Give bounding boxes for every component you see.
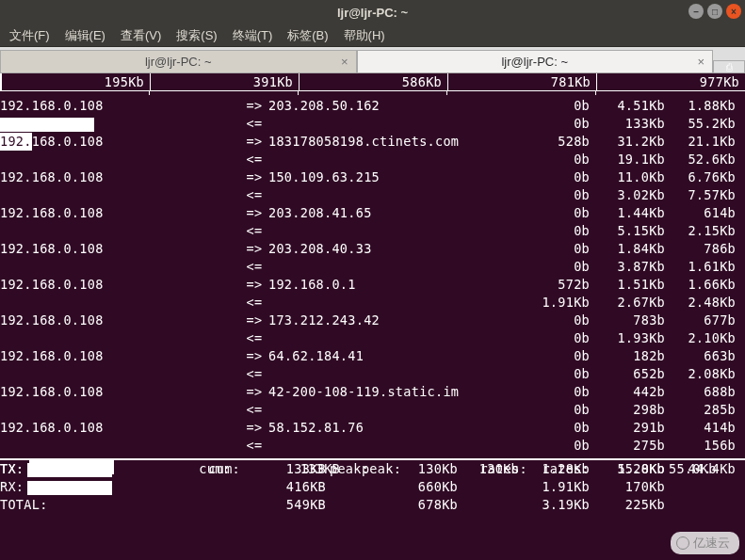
- sum-cum: 416KB: [268, 478, 330, 496]
- sum-peak: 660Kb: [396, 478, 462, 496]
- rates-label: [462, 496, 527, 514]
- connection-row: 192.168.0.108=>192.168.0.1572b1.51Kb1.66…: [0, 276, 745, 294]
- dest-host: 173.212.243.42: [268, 312, 532, 329]
- rate-10s: 19.1Kb: [593, 151, 669, 168]
- scale-tick: 195Kb: [105, 74, 144, 89]
- rate-2s: 0b: [532, 240, 593, 258]
- rate-2s: 0b: [532, 168, 593, 186]
- rate-10s: 1.44Kb: [593, 204, 669, 222]
- tab-label: ljr@ljr-PC: ~: [145, 55, 212, 69]
- rate-10s: 4.51Kb: [593, 97, 669, 115]
- dest-host: 203.208.50.162: [268, 97, 532, 115]
- rate-10s: 442b: [593, 383, 669, 401]
- connection-row-in: <=1.91Kb2.67Kb2.48Kb: [0, 294, 745, 312]
- sum-r2: 170Kb: [593, 478, 669, 496]
- rate-10s: 1.84Kb: [593, 240, 669, 258]
- new-tab-button[interactable]: ⎙: [713, 60, 745, 73]
- dest-host: 42-200-108-119.static.im: [268, 383, 532, 401]
- menu-search[interactable]: 搜索(S): [169, 27, 224, 44]
- connection-row: 192.168.0.108=>58.152.81.760b291b414b: [0, 419, 745, 437]
- sum-peak: 678Kb: [396, 496, 462, 514]
- rate-2s: 0b: [532, 383, 593, 401]
- source-host: 192.168.0.108: [0, 241, 104, 256]
- menu-help[interactable]: 帮助(H): [336, 27, 393, 44]
- rate-2s: 0b: [532, 365, 593, 383]
- connection-row: 192.168.0.108=>203.208.40.330b1.84Kb786b: [0, 240, 745, 258]
- rate-40s: 1.88Kb: [669, 97, 739, 115]
- rate-40s: 52.6Kb: [669, 151, 739, 168]
- rate-10s: 5.15Kb: [593, 222, 669, 240]
- connection-row: 192.168.0.108=>183178058198.ctinets.com5…: [0, 133, 745, 151]
- connection-row-in: <=0b652b2.08Kb: [0, 365, 745, 383]
- tab-label: ljr@ljr-PC: ~: [501, 55, 568, 69]
- connection-row-in: <=0b1.93Kb2.10Kb: [0, 329, 745, 347]
- sum-peak: 130Kb: [396, 460, 462, 478]
- close-icon[interactable]: ×: [697, 55, 705, 69]
- menu-view[interactable]: 查看(V): [113, 27, 169, 44]
- scale-tick: 781Kb: [551, 74, 591, 89]
- rate-40s: 55.2Kb: [669, 115, 739, 133]
- connection-row: 192.168.0.108=>173.212.243.420b783b677b: [0, 312, 745, 329]
- rate-2s: 0b: [532, 115, 593, 133]
- arrow-in-icon: <=: [240, 294, 268, 312]
- rate-10s: 3.02Kb: [593, 186, 669, 204]
- rate-2s: 572b: [532, 276, 593, 294]
- traffic-bar: [27, 463, 112, 477]
- arrow-in-icon: <=: [240, 222, 268, 240]
- menu-tabs[interactable]: 标签(B): [280, 27, 335, 44]
- rate-10s: 133Kb: [593, 115, 669, 133]
- rate-40s: 688b: [669, 383, 739, 401]
- dest-host: 192.168.0.1: [268, 276, 532, 294]
- arrow-out-icon: =>: [240, 133, 268, 151]
- sum-cum: 133KB: [268, 460, 330, 478]
- connection-row-in: <=0b298b285b: [0, 401, 745, 419]
- sum-r1: 3.19Kb: [532, 496, 593, 514]
- maximize-button[interactable]: □: [707, 4, 722, 19]
- close-icon[interactable]: ×: [341, 55, 348, 69]
- close-button[interactable]: ×: [726, 4, 741, 19]
- rate-10s: 291b: [593, 419, 669, 437]
- menu-file[interactable]: 文件(F): [2, 27, 57, 44]
- arrow-out-icon: =>: [240, 97, 268, 115]
- rate-2s: 528b: [532, 133, 593, 151]
- arrow-in-icon: <=: [240, 401, 268, 419]
- peak-label: [330, 478, 396, 496]
- rate-40s: 1.66Kb: [669, 276, 739, 294]
- menu-edit[interactable]: 编辑(E): [57, 27, 113, 44]
- scale-tick: 977Kb: [700, 74, 739, 89]
- source-host: 192.168.0.108: [0, 98, 104, 113]
- summary-row: TOTAL: 549KB 678Kb 3.19Kb 225Kb: [0, 496, 745, 514]
- connection-row-in: <=0b3.87Kb1.61Kb: [0, 258, 745, 276]
- minimize-button[interactable]: –: [688, 4, 704, 19]
- connection-row-in: <=0b19.1Kb52.6Kb: [0, 151, 745, 168]
- peak-label: [330, 496, 396, 514]
- rate-10s: 275b: [593, 437, 669, 455]
- tab-0[interactable]: ljr@ljr-PC: ~ ×: [0, 50, 357, 73]
- sum-r2: 55.0Kb: [593, 460, 669, 478]
- menu-terminal[interactable]: 终端(T): [225, 27, 281, 44]
- sum-r1: 1.91Kb: [532, 478, 593, 496]
- connection-row: 192.168.0.108=>203.208.50.1620b4.51Kb1.8…: [0, 97, 745, 115]
- arrow-out-icon: =>: [240, 276, 268, 294]
- arrow-out-icon: =>: [240, 383, 268, 401]
- arrow-out-icon: =>: [240, 240, 268, 258]
- source-host: 192.168.0.108: [0, 277, 104, 292]
- window-titlebar: ljr@ljr-PC: ~ – □ ×: [0, 0, 745, 24]
- terminal-output[interactable]: 195Kb 391Kb 586Kb 781Kb 977Kb 192.168.0.…: [0, 73, 745, 514]
- rate-40s: 2.15Kb: [669, 222, 739, 240]
- rate-40s: 21.1Kb: [669, 133, 739, 151]
- arrow-in-icon: <=: [240, 115, 268, 133]
- tab-1[interactable]: ljr@ljr-PC: ~ ×: [357, 50, 714, 73]
- source-host: 192.: [0, 133, 32, 151]
- arrow-out-icon: =>: [240, 419, 268, 437]
- connection-row-in: <=0b5.15Kb2.15Kb: [0, 222, 745, 240]
- source-host: 192.168.0.108: [0, 420, 104, 435]
- rate-10s: 652b: [593, 365, 669, 383]
- rate-10s: 2.67Kb: [593, 294, 669, 312]
- source-host: 192.168.0.108: [0, 384, 104, 399]
- sum-cum: 549KB: [268, 496, 330, 514]
- dest-host: 64.62.184.41: [268, 347, 532, 365]
- sum-label: TOTAL:: [0, 497, 48, 512]
- rate-40s: 156b: [669, 437, 739, 455]
- sum-label: TX:: [0, 461, 24, 476]
